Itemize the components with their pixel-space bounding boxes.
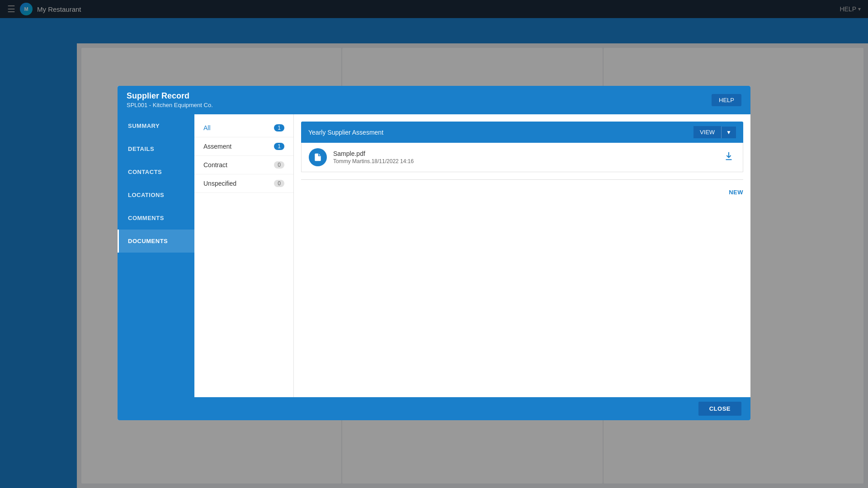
filter-item-unspecified[interactable]: Unspecified 0 [194,174,293,193]
modal-overlay: Supplier Record SPL001 - Kitchen Equipme… [0,0,868,488]
view-button[interactable]: VIEW [693,126,721,138]
modal-body: SUMMARY DETAILS CONTACTS LOCATIONS COMME… [118,114,750,397]
sidebar-item-documents[interactable]: DOCUMENTS [118,230,194,253]
content-row: All 1 Assement 1 Contract 0 Unspecified … [194,114,750,397]
modal-help-button[interactable]: HELP [712,94,741,106]
sidebar-item-details[interactable]: DETAILS [118,137,194,160]
chevron-down-icon: ▼ [726,129,731,136]
filter-panel: All 1 Assement 1 Contract 0 Unspecified … [194,114,294,397]
document-category-title: Yearly Supplier Assesment [308,129,383,136]
modal-subtitle: SPL001 - Kitchen Equipment Co. [127,102,213,108]
new-document-button[interactable]: NEW [729,189,743,196]
filter-badge-all: 1 [274,124,284,131]
modal-header: Supplier Record SPL001 - Kitchen Equipme… [118,86,750,114]
filter-badge-contract: 0 [274,161,284,169]
filter-item-contract[interactable]: Contract 0 [194,156,293,174]
close-button[interactable]: CLOSE [698,402,741,416]
new-button-container: NEW [301,189,743,196]
filter-badge-unspecified: 0 [274,180,284,187]
document-file-icon [309,148,327,166]
modal-title: Supplier Record [127,91,213,101]
document-name: Sample.pdf [333,150,716,157]
divider [301,179,743,180]
document-item: Sample.pdf Tommy Martins.18/11/2022 14:1… [301,143,743,172]
filter-item-all[interactable]: All 1 [194,119,293,137]
sidebar-item-summary[interactable]: SUMMARY [118,114,194,137]
document-info: Sample.pdf Tommy Martins.18/11/2022 14:1… [333,150,716,164]
modal-header-title-block: Supplier Record SPL001 - Kitchen Equipme… [127,91,213,109]
download-icon [724,151,734,161]
sidebar-item-comments[interactable]: COMMENTS [118,206,194,230]
document-category-header: Yearly Supplier Assesment VIEW ▼ [301,122,743,143]
sidebar-item-locations[interactable]: LOCATIONS [118,183,194,206]
document-meta: Tommy Martins.18/11/2022 14:16 [333,158,716,164]
document-area: Yearly Supplier Assesment VIEW ▼ [294,114,750,397]
file-svg-icon [313,153,322,162]
filter-item-assement[interactable]: Assement 1 [194,137,293,156]
supplier-record-modal: Supplier Record SPL001 - Kitchen Equipme… [118,86,750,420]
document-category-block: Yearly Supplier Assesment VIEW ▼ [301,122,743,172]
filter-badge-assement: 1 [274,143,284,150]
sidebar-item-contacts[interactable]: CONTACTS [118,160,194,183]
sidebar: SUMMARY DETAILS CONTACTS LOCATIONS COMME… [118,114,194,397]
view-dropdown-button[interactable]: ▼ [721,127,736,138]
download-button[interactable] [722,149,736,165]
modal-footer: CLOSE [118,397,750,420]
document-category-actions: VIEW ▼ [693,126,736,138]
